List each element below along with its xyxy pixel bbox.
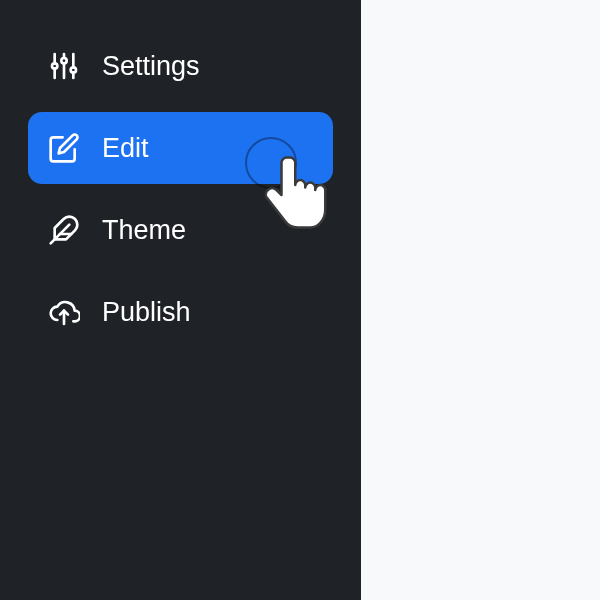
sidebar-menu: Settings Edit Theme Publish	[28, 30, 333, 348]
sidebar-item-settings[interactable]: Settings	[28, 30, 333, 102]
svg-point-8	[71, 67, 76, 72]
sidebar-item-label: Edit	[102, 135, 149, 162]
feather-icon	[48, 214, 80, 246]
upload-cloud-icon	[48, 296, 80, 328]
main-content-area	[361, 0, 600, 600]
edit-icon	[48, 132, 80, 164]
sidebar-item-label: Publish	[102, 299, 191, 326]
sidebar: Settings Edit Theme Publish	[0, 0, 361, 600]
sidebar-item-theme[interactable]: Theme	[28, 194, 333, 266]
sidebar-item-label: Theme	[102, 217, 186, 244]
sidebar-item-edit[interactable]: Edit	[28, 112, 333, 184]
sidebar-item-label: Settings	[102, 53, 200, 80]
svg-point-5	[61, 58, 66, 63]
sidebar-item-publish[interactable]: Publish	[28, 276, 333, 348]
svg-point-2	[52, 63, 57, 68]
sliders-icon	[48, 50, 80, 82]
